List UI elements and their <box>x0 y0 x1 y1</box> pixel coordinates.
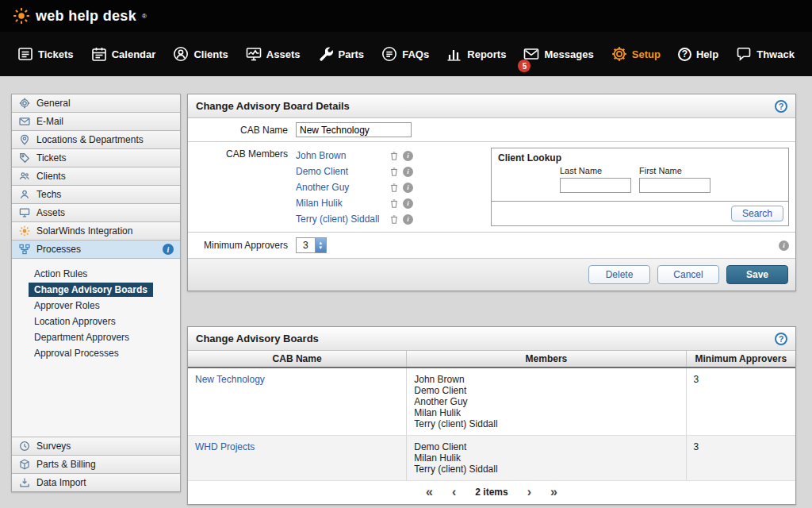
sidebar-link-department-approvers[interactable]: Department Approvers <box>12 330 180 344</box>
minimum-approvers-label: Minimum Approvers <box>194 240 296 251</box>
nav-reports[interactable]: Reports <box>446 46 506 62</box>
client-lookup-footer: Search <box>492 201 788 225</box>
stepper-arrows-icon[interactable]: ▲ ▼ <box>315 238 326 252</box>
sidebar-item-general[interactable]: General <box>12 94 180 113</box>
member-link[interactable]: John Brown <box>296 150 389 161</box>
sidebar-item-label: Processes <box>36 244 81 255</box>
first-name-field-group: First Name <box>639 166 710 193</box>
info-icon[interactable]: i <box>403 183 413 193</box>
sidebar-item-label: General <box>36 98 71 109</box>
sidebar-item-data-import[interactable]: Data Import <box>12 473 180 491</box>
info-icon[interactable]: i <box>403 167 413 177</box>
sidebar-item-label: Parts & Billing <box>36 459 96 470</box>
member-link[interactable]: Another Guy <box>296 182 389 193</box>
nav-calendar[interactable]: Calendar <box>91 46 156 62</box>
solarwinds-sun-icon <box>18 225 30 237</box>
sidebar-link-approver-roles[interactable]: Approver Roles <box>12 298 180 313</box>
nav-label: Messages <box>544 48 593 60</box>
table-header-row: CAB Name Members Minimum Approvers <box>188 351 795 368</box>
item-count-label: 2 items <box>475 487 508 498</box>
calendar-icon <box>91 46 107 62</box>
nav-label: Clients <box>193 48 228 60</box>
prev-page-button[interactable]: ‹ <box>452 487 456 498</box>
setup-gear-icon <box>611 46 627 62</box>
sidebar-item-label: Data Import <box>36 477 86 488</box>
nav-faqs[interactable]: FAQs <box>381 46 429 62</box>
cab-name-link[interactable]: New Technology <box>195 374 265 385</box>
member-link[interactable]: Demo Client <box>296 166 389 177</box>
delete-button[interactable]: Delete <box>588 265 650 284</box>
info-icon[interactable]: i <box>403 198 413 209</box>
trash-icon[interactable] <box>389 167 399 177</box>
sidebar-link-approval-processes[interactable]: Approval Processes <box>12 346 180 360</box>
cab-name-input[interactable] <box>296 122 412 137</box>
help-icon[interactable]: ? <box>775 100 787 113</box>
last-page-button[interactable]: » <box>550 487 557 498</box>
faqs-icon <box>381 46 397 62</box>
col-header-cab-name: CAB Name <box>188 351 407 368</box>
trash-icon[interactable] <box>389 183 399 193</box>
details-panel-header: Change Advisory Board Details ? <box>188 94 795 118</box>
nav-messages[interactable]: 5 Messages <box>523 46 593 62</box>
save-button[interactable]: Save <box>726 265 788 284</box>
pagination: « ‹ 2 items › » <box>188 481 795 504</box>
member-link[interactable]: Terry (client) Siddall <box>296 214 389 225</box>
next-page-button[interactable]: › <box>527 487 531 498</box>
sidebar-link-location-approvers[interactable]: Location Approvers <box>12 314 180 329</box>
info-icon[interactable]: i <box>779 241 789 251</box>
cab-members-list: John Brown i Demo Client i Another Guy <box>296 147 491 227</box>
people-icon <box>18 171 30 182</box>
member-row: Demo Client i <box>296 164 491 179</box>
cab-members-row: CAB Members John Brown i Demo Client i <box>188 142 795 233</box>
sidebar-link-label: Approver Roles <box>34 300 100 311</box>
sidebar-item-label: Assets <box>36 207 65 218</box>
min-approvers-select[interactable]: 3 ▲ ▼ <box>296 237 327 253</box>
sidebar-item-email[interactable]: E-Mail <box>12 113 180 131</box>
sidebar-item-tickets[interactable]: Tickets <box>12 149 180 167</box>
sidebar-item-parts-billing[interactable]: Parts & Billing <box>12 455 180 473</box>
stepper-down-icon[interactable]: ▼ <box>318 245 323 250</box>
sidebar-item-clients[interactable]: Clients <box>12 167 180 186</box>
sidebar-item-surveys[interactable]: Surveys <box>12 437 180 455</box>
logo-text: web help desk <box>36 8 136 25</box>
member-row: John Brown i <box>296 148 491 164</box>
nav-parts[interactable]: Parts <box>318 46 365 62</box>
sidebar-link-change-advisory-boards[interactable]: Change Advisory Boards <box>12 283 180 297</box>
main-nav: Tickets Calendar Clients A <box>0 32 812 76</box>
nav-clients[interactable]: Clients <box>173 46 228 62</box>
nav-setup[interactable]: Setup <box>611 46 661 62</box>
trash-icon[interactable] <box>389 198 399 209</box>
nav-label: Tickets <box>38 48 74 60</box>
cab-name-link[interactable]: WHD Projects <box>195 441 255 452</box>
member-link[interactable]: Milan Hulik <box>296 198 389 209</box>
sidebar-item-assets[interactable]: Assets <box>12 204 180 222</box>
last-name-input[interactable] <box>560 178 631 193</box>
cab-name-row: CAB Name <box>188 118 795 142</box>
sidebar-item-label: Techs <box>36 189 61 200</box>
help-icon[interactable]: ? <box>775 333 787 345</box>
app-logo[interactable]: web help desk ® <box>13 7 147 25</box>
nav-help[interactable]: ? Help <box>678 48 718 61</box>
nav-thwack[interactable]: Thwack <box>736 46 795 62</box>
first-name-input[interactable] <box>639 178 710 193</box>
member-name: Terry (client) Siddall <box>414 464 678 475</box>
info-icon[interactable]: i <box>163 244 174 255</box>
nav-tickets[interactable]: Tickets <box>17 46 74 62</box>
trash-icon[interactable] <box>389 151 399 161</box>
info-icon[interactable]: i <box>403 214 413 225</box>
info-icon[interactable]: i <box>403 151 413 161</box>
table-row: WHD Projects Demo Client Milan Hulik Ter… <box>188 436 795 481</box>
web-help-desk-app: { "brand": {"logo_text": "web help desk"… <box>0 0 812 508</box>
first-page-button[interactable]: « <box>426 487 433 498</box>
sidebar-item-locations-departments[interactable]: Locations & Departments <box>12 131 180 149</box>
trash-icon[interactable] <box>389 214 399 225</box>
sidebar-link-action-rules[interactable]: Action Rules <box>12 267 180 281</box>
cancel-button[interactable]: Cancel <box>657 265 719 284</box>
nav-assets[interactable]: Assets <box>246 46 301 62</box>
search-button[interactable]: Search <box>731 206 783 221</box>
sidebar-item-processes[interactable]: Processes i <box>12 241 180 259</box>
help-icon: ? <box>678 48 691 61</box>
sidebar-item-techs[interactable]: Techs <box>12 186 180 204</box>
nav-label: Thwack <box>756 48 795 60</box>
sidebar-item-solarwinds-integration[interactable]: SolarWinds Integration <box>12 222 180 241</box>
